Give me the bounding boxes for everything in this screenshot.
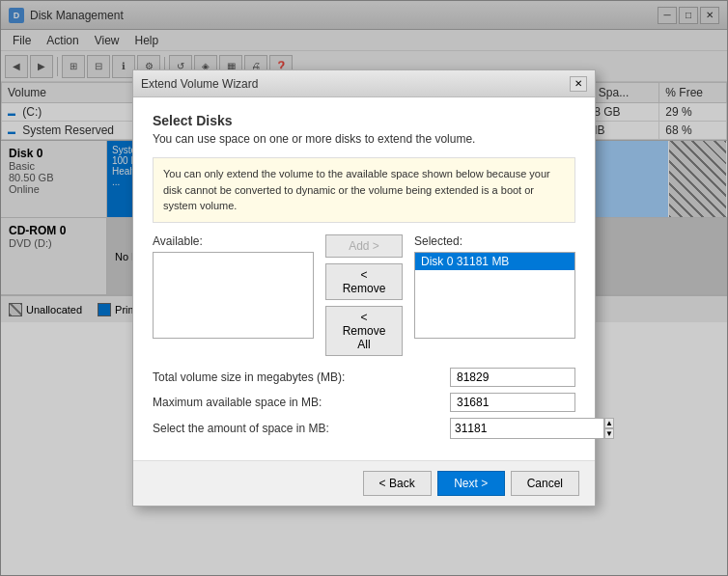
form-row-total: Total volume size in megabytes (MB): (153, 368, 575, 387)
select-label: Select the amount of space in MB: (153, 422, 450, 435)
total-label: Total volume size in megabytes (MB): (153, 370, 450, 384)
selected-item[interactable]: Disk 0 31181 MB (415, 253, 574, 270)
selected-col: Selected: Disk 0 31181 MB (414, 234, 575, 356)
spinner-input[interactable] (450, 418, 604, 439)
warning-box: You can only extend the volume to the av… (153, 157, 575, 223)
available-label: Available: (153, 234, 314, 248)
wizard-header: Select Disks You can use space on one or… (153, 113, 575, 146)
selected-label: Selected: (414, 234, 575, 248)
remove-all-button[interactable]: < Remove All (325, 306, 403, 356)
available-listbox[interactable] (153, 252, 314, 339)
wizard-body: Select Disks You can use space on one or… (133, 97, 595, 460)
back-button[interactable]: < Back (363, 471, 432, 496)
warning-text: You can only extend the volume to the av… (163, 168, 550, 211)
selected-listbox[interactable]: Disk 0 31181 MB (414, 252, 575, 339)
wizard-footer: < Back Next > Cancel (133, 460, 595, 506)
form-row-select: Select the amount of space in MB: ▲ ▼ (153, 418, 575, 439)
next-button[interactable]: Next > (437, 471, 505, 496)
wizard-title-bar: Extend Volume Wizard ✕ (133, 70, 595, 97)
wizard-dialog: Extend Volume Wizard ✕ Select Disks You … (132, 69, 596, 507)
modal-overlay: Extend Volume Wizard ✕ Select Disks You … (0, 0, 728, 576)
spinner: ▲ ▼ (450, 418, 575, 439)
disk-select-area: Available: Add > < Remove < Remove All S… (153, 234, 575, 356)
spin-down-button[interactable]: ▼ (604, 428, 614, 439)
max-label: Maximum available space in MB: (153, 396, 450, 409)
spin-up-button[interactable]: ▲ (604, 418, 614, 428)
available-col: Available: (153, 234, 314, 356)
total-value-input[interactable] (450, 368, 575, 387)
wizard-heading: Select Disks (153, 113, 575, 128)
remove-button[interactable]: < Remove (325, 263, 403, 300)
form-row-max: Maximum available space in MB: (153, 393, 575, 412)
max-value-input[interactable] (450, 393, 575, 412)
spinner-buttons: ▲ ▼ (604, 418, 614, 439)
wizard-description: You can use space on one or more disks t… (153, 132, 575, 146)
add-button[interactable]: Add > (325, 234, 403, 258)
wizard-title: Extend Volume Wizard (141, 77, 258, 91)
btn-col: Add > < Remove < Remove All (325, 234, 403, 356)
wizard-close-button[interactable]: ✕ (570, 76, 587, 92)
cancel-button[interactable]: Cancel (511, 471, 579, 496)
